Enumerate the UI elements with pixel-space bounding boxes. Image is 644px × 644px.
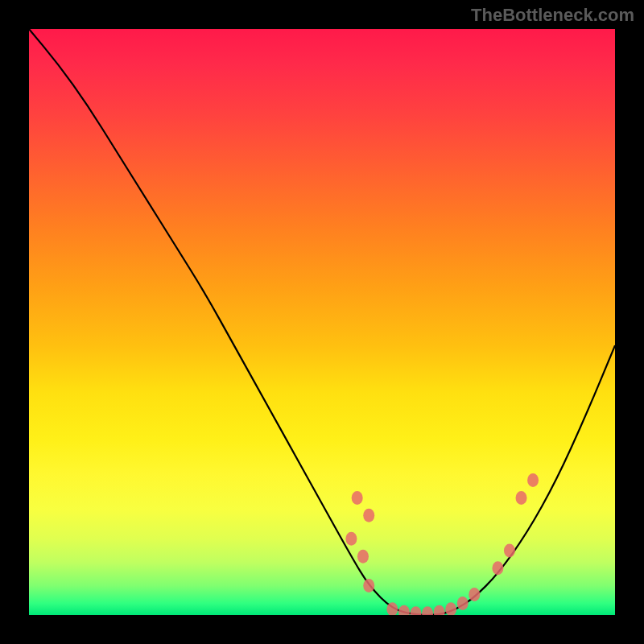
chart-curve-line bbox=[29, 29, 615, 615]
chart-marker bbox=[445, 602, 456, 615]
chart-marker bbox=[527, 473, 539, 487]
chart-marker bbox=[352, 491, 363, 505]
chart-marker bbox=[363, 579, 374, 592]
chart-marker bbox=[469, 588, 480, 601]
chart-marker bbox=[357, 550, 369, 564]
chart-marker bbox=[516, 491, 527, 505]
watermark-text: TheBottleneck.com bbox=[471, 5, 634, 26]
chart-marker bbox=[457, 597, 469, 610]
chart-marker bbox=[492, 561, 503, 575]
chart-plot-area bbox=[29, 29, 615, 615]
chart-marker bbox=[434, 605, 445, 615]
chart-svg bbox=[29, 29, 615, 615]
chart-marker bbox=[422, 606, 433, 615]
chart-marker bbox=[345, 532, 357, 546]
chart-marker bbox=[410, 606, 421, 615]
chart-marker bbox=[363, 509, 374, 522]
chart-markers bbox=[345, 473, 539, 615]
chart-marker bbox=[398, 605, 410, 615]
chart-marker bbox=[504, 543, 515, 557]
